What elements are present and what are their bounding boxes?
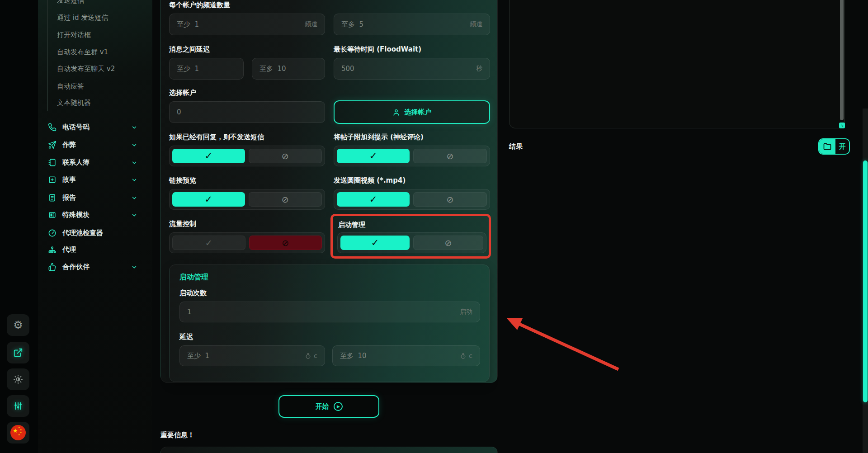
select-accounts-label: 选择帐户: [169, 89, 196, 97]
no-resend-toggle: ✓ ⊘: [169, 146, 325, 166]
stopwatch-icon: [460, 353, 466, 359]
floodwait-input[interactable]: 500 秒: [334, 58, 490, 80]
round-video-label: 发送圆圈视频 (*.mp4): [334, 176, 406, 185]
results-label: 结果: [509, 142, 523, 151]
sidebar-item-proxy[interactable]: 代理: [48, 244, 145, 255]
external-link-icon: [13, 348, 23, 358]
select-accounts-button[interactable]: 选择帐户: [334, 100, 490, 124]
attach-post-label: 将帖子附加到提示 (神经评论): [334, 133, 424, 142]
message-delay-label: 消息之间延迟: [169, 45, 210, 54]
settings-panel: 每个帐户的频道数量 至少 1 频道 至多 5 频道 消息之间延迟 最长等待时间 …: [160, 0, 498, 383]
sidebar-item-proxy-pool-checker[interactable]: 代理池检查器: [48, 227, 145, 239]
open-results-button[interactable]: 开: [835, 139, 849, 154]
toggle-on-option[interactable]: ✓: [172, 149, 245, 163]
log-scrollbar-thumb[interactable]: [840, 0, 844, 120]
plus-square-icon: [48, 175, 57, 184]
toggle-on-option[interactable]: ✓: [340, 236, 410, 250]
open-folder-button[interactable]: [819, 139, 835, 154]
sliders-icon: [13, 401, 23, 411]
sidebar-item-partners[interactable]: 合作伙伴: [48, 261, 145, 273]
report-icon: [48, 193, 57, 202]
folder-icon: [823, 142, 831, 151]
theme-toggle-button[interactable]: [7, 368, 29, 390]
link-preview-label: 链接预览: [169, 176, 196, 185]
launch-management-toggle: ✓ ⊘: [337, 232, 486, 253]
sidebar-item-cheating[interactable]: 作弊: [48, 139, 145, 151]
external-link-button[interactable]: [7, 342, 29, 363]
sidebar-item-open-dialog[interactable]: 打开对话框: [57, 31, 91, 39]
channels-per-account-label: 每个帐户的频道数量: [169, 1, 230, 9]
log-output-panel[interactable]: [509, 0, 845, 128]
toggle-on-option[interactable]: ✓: [172, 236, 245, 250]
max-channels-input[interactable]: 至多 5 频道: [334, 14, 490, 35]
launch-delay-label: 延迟: [179, 333, 193, 341]
sidebar-item-send-sms[interactable]: 发送短信: [57, 0, 84, 5]
info-panel-top-edge: [160, 447, 498, 453]
important-note-label: 重要信息！: [160, 431, 194, 439]
attach-post-toggle: ✓ ⊘: [334, 146, 490, 166]
language-button[interactable]: ★ ★ ★ ★ ★: [7, 422, 29, 444]
start-button[interactable]: 开始 ▶: [278, 395, 379, 418]
sidebar-item-autoreply[interactable]: 自动应答: [57, 82, 84, 91]
chevron-down-icon: [131, 142, 137, 148]
round-video-toggle: ✓ ⊘: [334, 189, 490, 210]
sidebar-item-text-randomizer[interactable]: 文本随机器: [57, 99, 91, 107]
traffic-control-label: 流量控制: [169, 220, 196, 228]
sidebar-item-send-sms-by-id[interactable]: 通过 id 发送短信: [57, 14, 108, 22]
launch-management-label: 启动管理: [338, 221, 365, 229]
app-window: ⚙: [0, 0, 868, 453]
toggle-off-option[interactable]: ⊘: [249, 236, 322, 250]
accounts-count-input[interactable]: 0: [169, 101, 325, 123]
gear-icon: ⚙: [13, 320, 23, 330]
sidebar-item-reports[interactable]: 报告: [48, 192, 145, 203]
chevron-down-icon: [131, 212, 137, 218]
toggle-off-option[interactable]: ⊘: [413, 149, 487, 163]
toggle-on-option[interactable]: ✓: [337, 192, 410, 207]
chevron-down-icon: [131, 160, 137, 166]
min-channels-input[interactable]: 至少 1 频道: [169, 14, 325, 35]
launch-panel-title: 启动管理: [179, 273, 208, 282]
filters-button[interactable]: [7, 395, 29, 417]
toggle-off-option[interactable]: ⊘: [249, 149, 322, 163]
modules-icon: [48, 210, 57, 219]
china-flag-icon: ★ ★ ★ ★ ★: [10, 425, 26, 440]
settings-button[interactable]: ⚙: [7, 314, 29, 336]
min-delay-input[interactable]: 至少 1: [169, 58, 244, 80]
toggle-off-option[interactable]: ⊘: [413, 192, 487, 207]
submenu-indent-line: [47, 0, 48, 111]
play-circle-icon: ▶: [334, 402, 343, 411]
chevron-down-icon: [131, 177, 137, 183]
toggle-off-option[interactable]: ⊘: [413, 236, 483, 250]
chevron-down-icon: [131, 195, 137, 201]
sidebar: 发送短信 通过 id 发送短信 打开对话框 自动发布至群 v1 自动发布至聊天 …: [38, 0, 152, 453]
page-scrollbar-thumb[interactable]: [863, 160, 868, 402]
brightness-icon: [13, 374, 23, 384]
floodwait-label: 最长等待时间 (FloodWait): [334, 45, 421, 54]
toggle-on-option[interactable]: ✓: [172, 192, 245, 207]
sidebar-item-special-modules[interactable]: 特殊模块: [48, 209, 145, 221]
sidebar-item-contacts-book[interactable]: 联系人簿: [48, 156, 145, 168]
sidebar-item-phone-numbers[interactable]: 电话号码: [48, 121, 145, 133]
phone-icon: [48, 123, 57, 132]
max-delay-input[interactable]: 至多 10: [252, 58, 325, 80]
gauge-icon: [48, 228, 57, 237]
launch-management-panel: 启动管理 启动次数 1 启动 延迟 至少 1 c 至多 10: [169, 264, 490, 382]
sidebar-item-autopost-group-v1[interactable]: 自动发布至群 v1: [57, 48, 108, 57]
chevron-down-icon: [131, 264, 137, 270]
resize-handle-icon[interactable]: ↘: [839, 123, 845, 128]
send-plus-icon: [48, 140, 57, 149]
launch-max-delay-input[interactable]: 至多 10 c: [332, 345, 480, 366]
thumbs-up-icon: [48, 262, 57, 271]
launch-min-delay-input[interactable]: 至少 1 c: [179, 345, 325, 366]
results-actions: 开: [818, 138, 850, 155]
sidebar-item-stories[interactable]: 故事: [48, 174, 145, 185]
chevron-down-icon: [131, 124, 137, 131]
no-resend-label: 如果已经有回复，则不发送短信: [169, 133, 264, 142]
user-icon: [392, 109, 400, 116]
link-preview-toggle: ✓ ⊘: [169, 189, 325, 210]
toggle-on-option[interactable]: ✓: [337, 149, 410, 163]
network-icon: [48, 245, 57, 254]
toggle-off-option[interactable]: ⊘: [249, 192, 322, 207]
sidebar-item-autopost-chat-v2[interactable]: 自动发布至聊天 v2: [57, 65, 115, 73]
launch-count-input[interactable]: 1 启动: [179, 302, 480, 322]
